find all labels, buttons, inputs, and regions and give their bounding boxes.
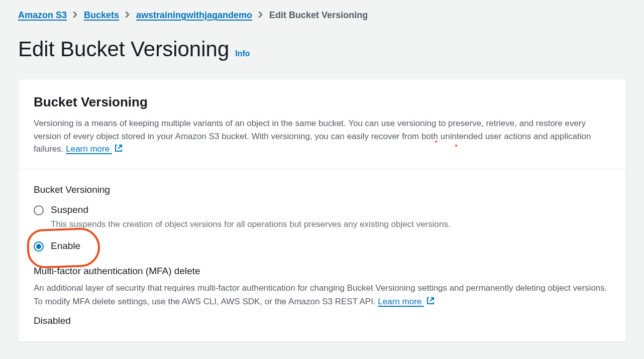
mfa-description-text: An additional layer of security that req… bbox=[34, 283, 607, 306]
breadcrumb-buckets[interactable]: Buckets bbox=[84, 10, 119, 21]
bucket-versioning-card: Bucket Versioning Versioning is a means … bbox=[18, 79, 626, 342]
chevron-right-icon bbox=[125, 10, 130, 21]
learn-more-text: Learn more bbox=[66, 144, 110, 154]
mfa-description: An additional layer of security that req… bbox=[34, 282, 610, 308]
mfa-section: Multi-factor authentication (MFA) delete… bbox=[19, 260, 625, 341]
page-header: Edit Bucket Versioning Info bbox=[0, 28, 644, 79]
info-link[interactable]: Info bbox=[235, 49, 250, 58]
card-header-section: Bucket Versioning Versioning is a means … bbox=[19, 79, 625, 169]
versioning-label: Bucket Versioning bbox=[34, 184, 610, 195]
radio-icon-unselected[interactable] bbox=[34, 205, 44, 215]
radio-label-enable: Enable bbox=[51, 241, 80, 252]
learn-more-mfa-text: Learn more bbox=[378, 297, 421, 306]
breadcrumb-bucket-name[interactable]: awstrainingwithjagandemo bbox=[136, 10, 252, 21]
radio-label-suspend: Suspend bbox=[51, 204, 88, 215]
learn-more-link[interactable]: Learn more bbox=[66, 144, 123, 154]
page-title: Edit Bucket Versioning bbox=[18, 38, 229, 61]
external-link-icon bbox=[426, 296, 435, 305]
radio-description-suspend: This suspends the creation of object ver… bbox=[51, 218, 463, 231]
breadcrumb-current: Edit Bucket Versioning bbox=[269, 10, 368, 21]
annotation-dot bbox=[455, 145, 457, 147]
section-title: Bucket Versioning bbox=[34, 94, 610, 110]
section-description: Versioning is a means of keeping multipl… bbox=[34, 117, 610, 156]
breadcrumb: Amazon S3 Buckets awstrainingwithjagande… bbox=[0, 0, 644, 28]
mfa-title: Multi-factor authentication (MFA) delete bbox=[34, 266, 610, 277]
chevron-right-icon bbox=[73, 10, 78, 21]
chevron-right-icon bbox=[258, 10, 263, 21]
radio-option-enable[interactable]: Enable bbox=[34, 241, 610, 252]
annotation-dot bbox=[435, 141, 437, 143]
radio-icon-selected[interactable] bbox=[34, 242, 44, 252]
breadcrumb-amazon-s3[interactable]: Amazon S3 bbox=[18, 10, 67, 21]
external-link-icon bbox=[114, 144, 123, 153]
radio-option-suspend[interactable]: Suspend bbox=[34, 204, 610, 215]
mfa-status-value: Disabled bbox=[34, 315, 610, 326]
learn-more-mfa-link[interactable]: Learn more bbox=[378, 297, 435, 306]
versioning-field: Bucket Versioning Suspend This suspends … bbox=[19, 169, 625, 260]
